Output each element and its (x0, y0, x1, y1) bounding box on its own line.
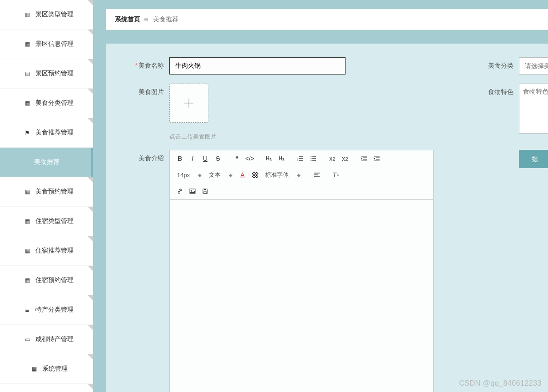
breadcrumb-home[interactable]: 系统首页 (115, 15, 140, 24)
sidebar-item-label: 成都特产管理 (35, 335, 74, 343)
sidebar-item-label: 景区类型管理 (35, 10, 74, 19)
sidebar-item-specialty-category[interactable]: 特产分类管理 (0, 295, 93, 324)
font-family-select[interactable]: 标准字体◆ (262, 169, 303, 180)
indent-increase-icon[interactable] (371, 153, 382, 164)
grid-icon (24, 99, 31, 107)
sidebar-item-orders[interactable]: 订单管理 (0, 384, 93, 392)
editor-body[interactable] (170, 200, 433, 392)
sidebar-item-label: 美食预约管理 (35, 188, 74, 196)
svg-point-7 (191, 190, 192, 191)
upload-hint: 点击上传美食图片 (169, 133, 217, 141)
font-size-select[interactable]: 14px◆ (174, 169, 204, 180)
svg-point-4 (311, 158, 311, 159)
svg-rect-9 (204, 192, 207, 194)
image-icon[interactable] (187, 186, 198, 197)
svg-rect-8 (204, 189, 206, 190)
editor-toolbar: B I U S ❝ </> H₁ H₂ 1 (170, 150, 433, 200)
breadcrumb-current: 美食推荐 (153, 15, 178, 24)
bold-icon[interactable]: B (174, 153, 185, 164)
svg-point-3 (311, 156, 311, 157)
feature-textarea[interactable] (519, 84, 548, 134)
ticket-icon (24, 336, 31, 343)
underline-icon[interactable]: U (200, 153, 211, 164)
feature-label: 食物特色 (474, 84, 519, 96)
sidebar-item-food-category[interactable]: 美食分类管理 (0, 89, 93, 118)
form-card: *美食名称 美食分类 美食图片 (106, 44, 548, 392)
calendar-icon (24, 70, 31, 77)
grid-icon (24, 277, 31, 284)
sidebar-item-lodging-type[interactable]: 住宿类型管理 (0, 207, 93, 236)
grid-icon (24, 188, 31, 195)
align-icon[interactable] (311, 169, 322, 180)
intro-label: 美食介绍 (124, 150, 169, 163)
bg-color-icon[interactable] (250, 169, 261, 180)
sidebar-item-scenic-info[interactable]: 景区信息管理 (0, 30, 93, 59)
unordered-list-icon[interactable] (308, 153, 319, 164)
save-icon[interactable] (200, 186, 211, 197)
sidebar-item-label: 系统管理 (42, 365, 68, 373)
svg-text:3: 3 (297, 159, 299, 161)
sidebar-item-scenic-reserve[interactable]: 景区预约管理 (0, 59, 93, 88)
sidebar-item-food-recommend-manage[interactable]: 美食推荐管理 (0, 118, 93, 147)
subscript-icon[interactable]: x2 (327, 153, 338, 164)
flag-icon (24, 129, 31, 136)
category-label: 美食分类 (474, 57, 519, 70)
topbar (93, 0, 548, 9)
sidebar-item-label: 住宿预约管理 (35, 276, 74, 284)
h1-icon[interactable]: H₁ (263, 153, 274, 164)
sidebar-item-chengdu-specialty[interactable]: 成都特产管理 (0, 325, 93, 354)
plus-icon (183, 97, 195, 109)
font-color-icon[interactable]: A (237, 169, 248, 180)
strike-icon[interactable]: S (212, 153, 223, 164)
sidebar-item-label: 住宿类型管理 (35, 217, 74, 225)
sidebar-item-food-recommend[interactable]: 美食推荐 (0, 148, 93, 177)
ordered-list-icon[interactable]: 123 (295, 153, 306, 164)
name-input[interactable] (169, 57, 346, 74)
grid-icon (24, 11, 31, 18)
sidebar-item-scenic-type[interactable]: 景区类型管理 (0, 0, 93, 29)
quote-icon[interactable]: ❝ (232, 153, 242, 164)
image-upload[interactable] (169, 84, 208, 123)
sidebar-item-label: 美食推荐 (34, 158, 59, 166)
menu-icon (144, 17, 149, 22)
superscript-icon[interactable]: x2 (340, 153, 351, 164)
h2-icon[interactable]: H₂ (276, 153, 287, 164)
grid-icon (30, 365, 38, 372)
list-icon (24, 306, 31, 313)
grid-icon (24, 247, 31, 254)
name-label: *美食名称 (124, 57, 169, 70)
indent-decrease-icon[interactable] (359, 153, 370, 164)
sidebar-item-label: 特产分类管理 (35, 306, 74, 314)
text-type-select[interactable]: 文本◆ (206, 169, 235, 180)
sidebar-item-label: 美食分类管理 (35, 99, 74, 107)
grid-icon (24, 218, 31, 225)
breadcrumb: 系统首页 美食推荐 (106, 9, 548, 30)
sidebar-item-label: 景区信息管理 (35, 40, 74, 48)
link-icon[interactable] (174, 186, 185, 197)
submit-button[interactable]: 提 (519, 150, 548, 168)
sidebar-item-lodging-reserve[interactable]: 住宿预约管理 (0, 266, 93, 295)
sidebar-item-label: 美食推荐管理 (35, 129, 74, 137)
code-icon[interactable]: </> (244, 153, 255, 164)
italic-icon[interactable]: I (187, 153, 198, 164)
sidebar-item-lodging-recommend[interactable]: 住宿推荐管理 (0, 236, 93, 265)
svg-point-5 (311, 160, 311, 161)
sidebar-item-food-reserve[interactable]: 美食预约管理 (0, 177, 93, 206)
clear-format-icon[interactable]: T× (331, 169, 341, 180)
sidebar-item-label: 景区预约管理 (35, 69, 74, 78)
rich-editor: B I U S ❝ </> H₁ H₂ 1 (169, 150, 434, 392)
category-select[interactable] (519, 57, 548, 74)
sidebar-item-label: 住宿推荐管理 (35, 247, 74, 255)
sidebar: 景区类型管理 景区信息管理 景区预约管理 美食分类管理 美食推荐管理 美食推荐 … (0, 0, 93, 392)
watermark: CSDN @qq_840612233 (459, 379, 542, 387)
image-label: 美食图片 (124, 84, 169, 96)
sidebar-item-system[interactable]: 系统管理 (0, 354, 93, 383)
grid-icon (24, 40, 31, 48)
